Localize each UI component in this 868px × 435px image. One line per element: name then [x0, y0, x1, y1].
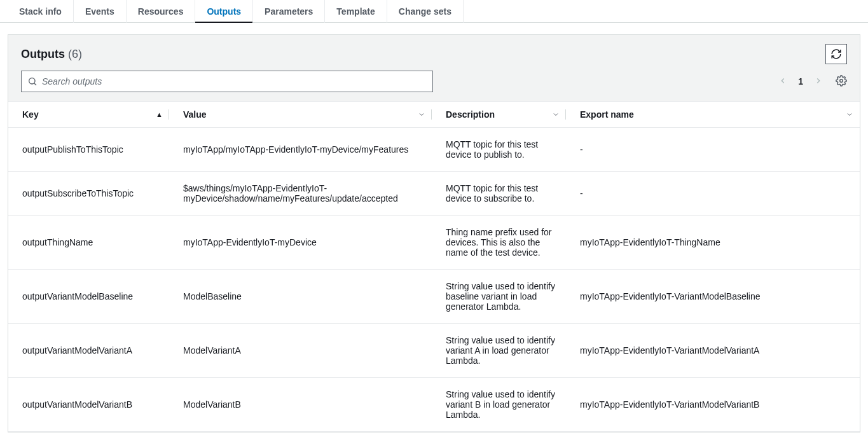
cell-value: myIoTApp/myIoTApp-EvidentlyIoT-myDevice/… — [169, 128, 432, 172]
search-input[interactable] — [21, 71, 433, 92]
table-row: outputVariantModelVariantBModelVariantBS… — [8, 378, 860, 432]
cell-value: $aws/things/myIoTApp-EvidentlyIoT-myDevi… — [169, 172, 432, 216]
gear-icon — [836, 75, 847, 86]
tab-events[interactable]: Events — [74, 0, 127, 23]
cell-value: myIoTApp-EvidentlyIoT-myDevice — [169, 216, 432, 270]
tab-parameters[interactable]: Parameters — [253, 0, 325, 23]
cell-export: myIoTApp-EvidentlyIoT-VariantModelBaseli… — [566, 270, 860, 324]
settings-button[interactable] — [836, 75, 847, 88]
cell-description: Thing name prefix used for devices. This… — [432, 216, 566, 270]
page-number: 1 — [796, 76, 805, 86]
filter-icon[interactable] — [846, 111, 853, 118]
cell-export: myIoTApp-EvidentlyIoT-ThingName — [566, 216, 860, 270]
cell-export: - — [566, 128, 860, 172]
pagination: 1 — [778, 75, 847, 88]
th-key[interactable]: Key ▲ — [8, 102, 169, 128]
cell-description: MQTT topic for this test device to subsc… — [432, 172, 566, 216]
table-row: outputPublishToThisTopicmyIoTApp/myIoTAp… — [8, 128, 860, 172]
tab-resources[interactable]: Resources — [127, 0, 196, 23]
cell-description: String value used to identify variant A … — [432, 324, 566, 378]
tabs: Stack info Events Resources Outputs Para… — [0, 0, 868, 23]
th-value-label: Value — [183, 109, 207, 120]
tab-stack-info[interactable]: Stack info — [6, 0, 74, 23]
outputs-panel: Outputs (6) 1 — [8, 34, 860, 432]
cell-value: ModelBaseline — [169, 270, 432, 324]
svg-point-2 — [840, 79, 843, 82]
cell-description: String value used to identify variant B … — [432, 378, 566, 432]
th-value[interactable]: Value — [169, 102, 432, 128]
th-key-label: Key — [22, 109, 39, 120]
svg-line-1 — [34, 83, 36, 85]
refresh-icon — [830, 48, 842, 60]
refresh-button[interactable] — [825, 44, 847, 64]
chevron-left-icon — [778, 76, 787, 85]
table-row: outputVariantModelVariantAModelVariantAS… — [8, 324, 860, 378]
table-row: outputVariantModelBaselineModelBaselineS… — [8, 270, 860, 324]
th-description[interactable]: Description — [432, 102, 566, 128]
cell-key: outputVariantModelBaseline — [8, 270, 169, 324]
search-wrap — [21, 71, 433, 92]
cell-key: outputPublishToThisTopic — [8, 128, 169, 172]
th-description-label: Description — [446, 109, 495, 120]
svg-point-0 — [29, 78, 35, 84]
search-icon — [27, 76, 38, 86]
cell-value: ModelVariantA — [169, 324, 432, 378]
th-export-label: Export name — [580, 109, 634, 120]
cell-key: outputVariantModelVariantA — [8, 324, 169, 378]
sort-asc-icon: ▲ — [156, 111, 163, 118]
outputs-table: Key ▲ Value Description — [8, 101, 860, 432]
prev-page[interactable] — [778, 76, 787, 87]
cell-export: myIoTApp-EvidentlyIoT-VariantModelVarian… — [566, 378, 860, 432]
tab-template[interactable]: Template — [325, 0, 387, 23]
next-page[interactable] — [814, 76, 823, 87]
cell-export: - — [566, 172, 860, 216]
panel-count: (6) — [68, 48, 82, 60]
cell-export: myIoTApp-EvidentlyIoT-VariantModelVarian… — [566, 324, 860, 378]
cell-key: outputThingName — [8, 216, 169, 270]
cell-key: outputSubscribeToThisTopic — [8, 172, 169, 216]
filter-icon[interactable] — [552, 111, 560, 118]
tab-outputs[interactable]: Outputs — [195, 0, 253, 23]
table-row: outputThingNamemyIoTApp-EvidentlyIoT-myD… — [8, 216, 860, 270]
table-row: outputSubscribeToThisTopic$aws/things/my… — [8, 172, 860, 216]
cell-key: outputVariantModelVariantB — [8, 378, 169, 432]
chevron-right-icon — [814, 76, 823, 85]
filter-icon[interactable] — [418, 111, 425, 118]
th-export-name[interactable]: Export name — [566, 102, 860, 128]
panel-title: Outputs (6) — [21, 48, 82, 61]
cell-description: MQTT topic for this test device to publi… — [432, 128, 566, 172]
tab-change-sets[interactable]: Change sets — [387, 0, 464, 23]
cell-value: ModelVariantB — [169, 378, 432, 432]
panel-title-text: Outputs — [21, 48, 65, 60]
cell-description: String value used to identify baseline v… — [432, 270, 566, 324]
